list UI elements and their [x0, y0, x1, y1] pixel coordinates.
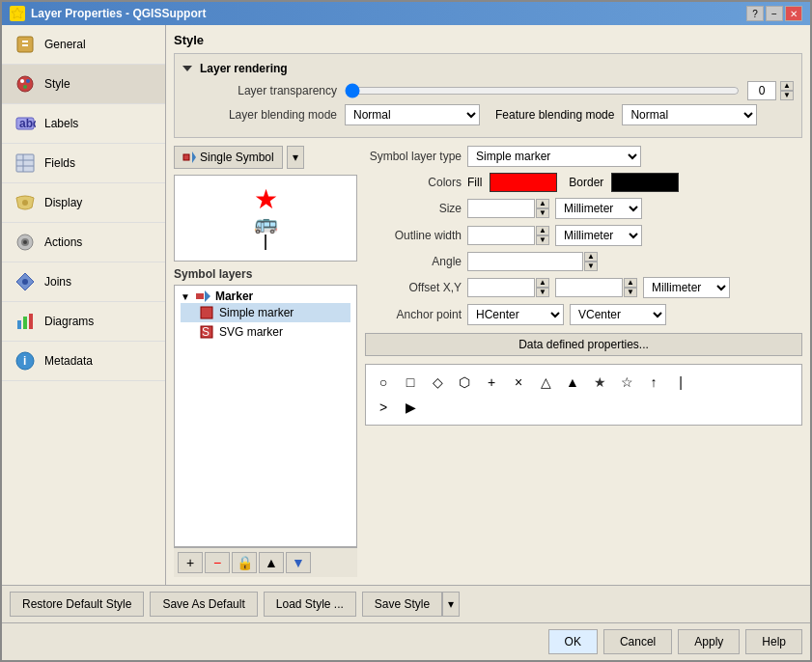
cross-shape[interactable]: + [482, 372, 501, 392]
restore-default-btn[interactable]: Restore Default Style [10, 592, 144, 617]
outline-up[interactable]: ▲ [536, 226, 549, 235]
symbol-layer-type-label: Symbol layer type [365, 150, 462, 163]
symbol-type-dropdown-btn[interactable]: ▾ [287, 146, 304, 169]
svg-rect-20 [17, 320, 21, 329]
triangle-shape[interactable]: △ [536, 372, 555, 392]
collapse-icon[interactable] [182, 66, 192, 71]
angle-up[interactable]: ▲ [584, 252, 598, 262]
transparency-down[interactable]: ▼ [780, 91, 794, 100]
sidebar-item-style[interactable]: Style [2, 65, 165, 104]
symbol-right: Symbol layer type Simple marker Colors F… [365, 146, 802, 577]
fill-color-swatch[interactable] [490, 173, 557, 192]
window-title: Layer Properties - QGISSupport [31, 7, 206, 20]
fields-icon [14, 152, 37, 175]
offset-unit-dropdown[interactable]: Millimeter [643, 277, 730, 298]
square-shape[interactable]: □ [401, 372, 420, 392]
save-as-default-btn[interactable]: Save As Default [150, 592, 257, 617]
load-style-btn[interactable]: Load Style ... [264, 592, 356, 617]
angle-right-shape[interactable]: > [374, 398, 393, 417]
apply-btn[interactable]: Apply [678, 629, 740, 654]
diamond-shape[interactable]: ◇ [428, 372, 447, 392]
anchor-h-dropdown[interactable]: HCenter [467, 304, 564, 325]
simple-marker-label: Simple marker [219, 306, 294, 319]
size-input[interactable]: 9.00000 [467, 199, 535, 218]
outline-down[interactable]: ▼ [536, 235, 549, 245]
save-style-btn[interactable]: Save Style [362, 592, 442, 617]
marker-icon [196, 290, 211, 303]
line-shape[interactable]: | [671, 372, 690, 392]
move-up-btn[interactable]: ▲ [259, 552, 284, 573]
star-outline-shape[interactable]: ☆ [617, 372, 636, 392]
outline-spingroup: 0.00 ▲ ▼ [467, 226, 549, 245]
anchor-line-preview [265, 234, 266, 250]
feature-blend-dropdown[interactable]: Normal [622, 104, 757, 125]
circle-shape[interactable]: ○ [374, 372, 393, 392]
offset-x-down[interactable]: ▼ [536, 288, 549, 297]
sidebar-item-actions[interactable]: Actions [2, 223, 165, 262]
remove-layer-btn[interactable]: − [205, 552, 230, 573]
offset-x-spingroup: 0.20000 ▲ ▼ [467, 278, 549, 297]
symbol-layer-type-dropdown[interactable]: Simple marker [467, 146, 641, 167]
sidebar-item-labels[interactable]: abc Labels [2, 104, 165, 144]
lock-layer-btn[interactable]: 🔒 [232, 552, 257, 573]
labels-icon: abc [14, 112, 37, 135]
help-btn[interactable]: Help [745, 629, 802, 654]
close-btn[interactable]: ✕ [785, 6, 802, 21]
layers-toolbar: + − 🔒 ▲ ▼ [174, 547, 357, 577]
transparency-up[interactable]: ▲ [780, 81, 794, 91]
add-layer-btn[interactable]: + [178, 552, 203, 573]
move-down-btn[interactable]: ▼ [286, 552, 311, 573]
sidebar-item-display[interactable]: Display [2, 183, 165, 223]
star-shape[interactable]: ★ [590, 372, 609, 392]
actions-icon [14, 231, 37, 254]
title-bar: Layer Properties - QGISSupport ? − ✕ [2, 2, 810, 25]
svg-point-19 [22, 279, 28, 285]
size-unit-dropdown[interactable]: Millimeter [555, 198, 642, 219]
simple-marker-item[interactable]: Simple marker [181, 303, 350, 322]
anchor-v-dropdown[interactable]: VCenter [570, 304, 666, 325]
minimize-btn[interactable]: − [766, 6, 783, 21]
border-color-swatch[interactable] [611, 173, 679, 192]
sidebar-item-metadata[interactable]: i Metadata [2, 342, 165, 381]
filled-arrow-shape[interactable]: ▶ [401, 398, 420, 417]
sidebar-item-diagrams[interactable]: Diagrams [2, 302, 165, 342]
sidebar-item-general[interactable]: General [2, 25, 165, 65]
sidebar-item-joins[interactable]: Joins [2, 262, 165, 302]
size-down[interactable]: ▼ [536, 208, 549, 218]
offset-y-down[interactable]: ▼ [624, 288, 637, 297]
help-title-btn[interactable]: ? [746, 6, 764, 21]
offset-label: Offset X,Y [365, 281, 462, 294]
single-symbol-btn[interactable]: Single Symbol [174, 146, 283, 169]
offset-x-up[interactable]: ▲ [536, 278, 549, 288]
marker-group-header[interactable]: ▼ Marker [181, 290, 350, 303]
anchor-row: Anchor point HCenter VCenter [365, 304, 802, 325]
display-icon [14, 191, 37, 214]
shape-row-1: ○ □ ◇ ⬡ + × △ ▲ ★ ☆ ↑ | [374, 372, 794, 392]
x-shape[interactable]: × [509, 372, 528, 392]
svg-text:abc: abc [19, 117, 36, 130]
offset-y-up[interactable]: ▲ [624, 278, 637, 288]
angle-down[interactable]: ▼ [584, 262, 598, 271]
data-defined-btn[interactable]: Data defined properties... [365, 333, 802, 356]
simple-marker-icon [200, 306, 213, 319]
offset-y-input[interactable]: -7.00000 [555, 278, 623, 297]
filled-triangle-shape[interactable]: ▲ [563, 372, 582, 392]
offset-x-input[interactable]: 0.20000 [467, 278, 535, 297]
main-content: General Style abc Labels Fields [2, 25, 810, 585]
transparency-input[interactable]: 0 [747, 81, 776, 100]
save-style-dropdown-btn[interactable]: ▾ [442, 592, 460, 617]
arrow-up-shape[interactable]: ↑ [644, 372, 663, 392]
size-up[interactable]: ▲ [536, 199, 549, 208]
shape-row-2: > ▶ [374, 398, 794, 417]
pentagon-shape[interactable]: ⬡ [455, 372, 474, 392]
transparency-slider[interactable] [345, 83, 740, 98]
outline-input[interactable]: 0.00 [467, 226, 535, 245]
cancel-btn[interactable]: Cancel [603, 629, 672, 654]
angle-input[interactable]: 0.00 ° [467, 252, 583, 271]
sidebar-item-fields[interactable]: Fields [2, 144, 165, 183]
svg-rect-10 [16, 154, 34, 172]
outline-unit-dropdown[interactable]: Millimeter [555, 225, 642, 246]
svg-marker-item[interactable]: S SVG marker [181, 322, 350, 342]
ok-btn[interactable]: OK [548, 629, 598, 654]
layer-blend-dropdown[interactable]: Normal [345, 104, 480, 125]
